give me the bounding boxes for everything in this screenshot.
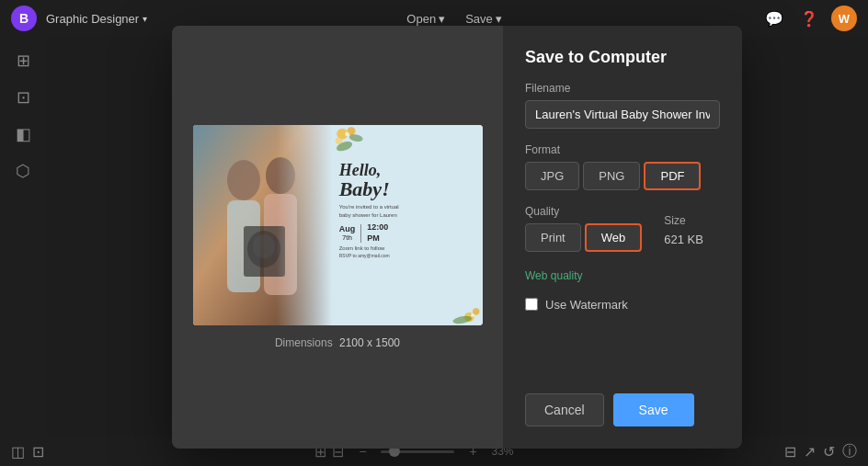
fullscreen-icon[interactable]: ⊟ bbox=[784, 443, 796, 460]
info-icon[interactable]: ⓘ bbox=[842, 442, 857, 461]
svg-rect-5 bbox=[244, 226, 285, 277]
modal-panel: Save to Computer Filename Format JPG PNG… bbox=[503, 26, 742, 449]
zoom-slider[interactable] bbox=[381, 450, 454, 453]
web-quality-link[interactable]: Web quality bbox=[525, 269, 582, 282]
undo-icon[interactable]: ↺ bbox=[823, 443, 835, 460]
size-label: Size bbox=[664, 214, 703, 227]
format-png-button[interactable]: PNG bbox=[583, 162, 640, 190]
format-label: Format bbox=[525, 143, 720, 156]
quality-print-button[interactable]: Print bbox=[525, 223, 581, 252]
card-preview: Hello, Baby! You're invited to a virtual… bbox=[193, 125, 483, 325]
quality-web-button[interactable]: Web bbox=[585, 223, 643, 252]
size-value: 621 KB bbox=[664, 233, 703, 252]
svg-point-2 bbox=[266, 157, 295, 194]
filename-label: Filename bbox=[525, 82, 720, 95]
save-button[interactable]: Save bbox=[613, 393, 694, 426]
avatar[interactable]: W bbox=[831, 6, 857, 31]
quality-label: Quality bbox=[525, 205, 642, 218]
topbar-right: 💬 ❓ W bbox=[761, 6, 857, 31]
watermark-row: Use Watermark bbox=[525, 298, 720, 312]
modal-overlay: Hello, Baby! You're invited to a virtual… bbox=[46, 37, 868, 437]
bottombar-right: ⊟ ↗ ↺ ⓘ bbox=[784, 442, 857, 461]
comment-icon[interactable]: 💬 bbox=[761, 6, 787, 31]
svg-point-1 bbox=[227, 160, 260, 200]
quality-section: Quality Print Web bbox=[525, 205, 642, 252]
format-section: Format JPG PNG PDF bbox=[525, 143, 720, 190]
layers-icon[interactable]: ◫ bbox=[11, 443, 25, 460]
filename-input[interactable] bbox=[525, 100, 720, 129]
dimensions-value: 2100 x 1500 bbox=[339, 336, 400, 349]
topbar-left: B Graphic Designer ▾ bbox=[11, 6, 147, 31]
chevron-down-icon: ▾ bbox=[439, 12, 445, 26]
watermark-checkbox[interactable] bbox=[525, 298, 538, 311]
chevron-down-icon: ▾ bbox=[496, 12, 502, 26]
card-date-row: Aug 7th 12:00 PM bbox=[339, 222, 389, 244]
watermark-label: Use Watermark bbox=[545, 298, 628, 312]
save-modal: Hello, Baby! You're invited to a virtual… bbox=[172, 26, 742, 449]
panel-actions: Cancel Save bbox=[525, 393, 720, 426]
app-title: Graphic Designer ▾ bbox=[46, 12, 147, 26]
svg-point-6 bbox=[247, 231, 280, 267]
card-invite-text: You're invited to a virtual baby shower … bbox=[339, 203, 399, 219]
format-buttons: JPG PNG PDF bbox=[525, 162, 720, 190]
dimensions-info: Dimensions 2100 x 1500 bbox=[275, 336, 400, 349]
modal-preview: Hello, Baby! You're invited to a virtual… bbox=[172, 26, 503, 449]
help-icon[interactable]: ❓ bbox=[796, 6, 822, 31]
flowers-bottom-icon bbox=[436, 298, 482, 325]
card-zoom-text: Zoom link to follow bbox=[339, 245, 385, 251]
svg-rect-4 bbox=[264, 194, 297, 295]
cancel-button[interactable]: Cancel bbox=[525, 393, 604, 426]
grid-icon[interactable]: ⊡ bbox=[32, 443, 44, 460]
svg-rect-0 bbox=[193, 125, 331, 325]
card-rsvp-text: RSVP to amy@mail.com bbox=[339, 253, 390, 258]
svg-point-7 bbox=[253, 234, 275, 258]
card-text-area: Hello, Baby! You're invited to a virtual… bbox=[332, 125, 483, 325]
sidebar-item-layers[interactable]: ⊞ bbox=[6, 44, 40, 77]
panel-title: Save to Computer bbox=[525, 48, 720, 67]
format-pdf-button[interactable]: PDF bbox=[644, 162, 701, 190]
svg-point-17 bbox=[472, 313, 475, 316]
sidebar: ⊞ ⊡ ◧ ⬡ bbox=[0, 37, 46, 437]
flowers-top-icon bbox=[332, 125, 387, 157]
bottombar-left: ◫ ⊡ bbox=[11, 443, 44, 460]
quality-buttons: Print Web bbox=[525, 223, 642, 252]
card-photo bbox=[193, 125, 332, 325]
expand-icon[interactable]: ↗ bbox=[804, 443, 816, 460]
svg-rect-3 bbox=[227, 200, 260, 292]
chevron-icon: ▾ bbox=[143, 14, 147, 24]
size-section: Size 621 KB bbox=[664, 214, 703, 252]
web-quality-section: Web quality bbox=[525, 267, 720, 283]
svg-point-13 bbox=[345, 131, 349, 136]
card-baby-text: Baby! bbox=[339, 179, 390, 199]
sidebar-item-shapes[interactable]: ⬡ bbox=[6, 154, 40, 188]
sidebar-item-layout[interactable]: ◧ bbox=[6, 118, 40, 151]
quality-size-row: Quality Print Web Size 621 KB bbox=[525, 205, 720, 252]
sidebar-item-grid[interactable]: ⊡ bbox=[6, 81, 40, 114]
format-jpg-button[interactable]: JPG bbox=[525, 162, 579, 190]
filename-section: Filename bbox=[525, 82, 720, 129]
brand-logo: B bbox=[11, 6, 37, 31]
